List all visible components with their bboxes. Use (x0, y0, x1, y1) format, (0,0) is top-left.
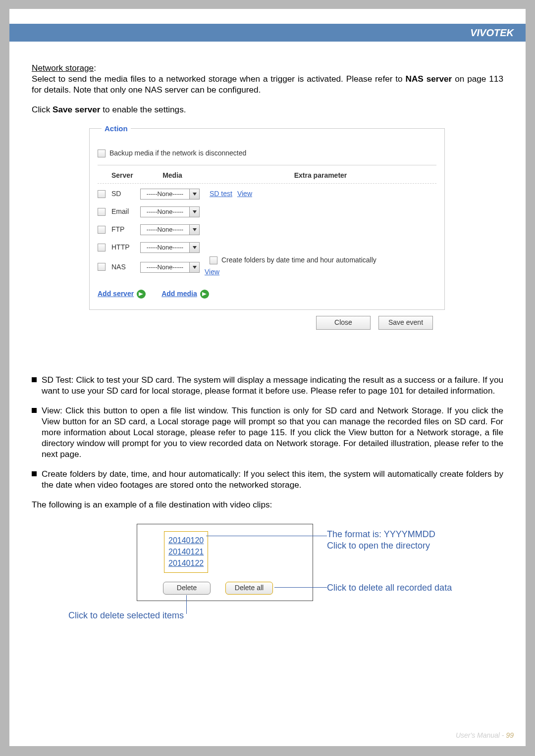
row-checkbox-ftp[interactable] (98, 226, 106, 234)
example-diagram: 20140120 20140121 20140122 Delete Delete… (137, 524, 503, 623)
save-event-button[interactable]: Save event (378, 316, 433, 330)
server-label-email: Email (111, 207, 140, 216)
sd-view-link[interactable]: View (237, 190, 252, 199)
document-page: VIVOTEK Network storage: Select to send … (9, 9, 526, 746)
add-media-link[interactable]: Add media (161, 290, 209, 299)
server-label-http: HTTP (111, 243, 140, 252)
create-folders-label: Create folders by date time and hour aut… (221, 256, 376, 265)
table-row-ftp: FTP -----None----- (98, 219, 436, 237)
section-heading: Network storage: (32, 62, 503, 73)
delete-all-button[interactable]: Delete all (225, 582, 273, 595)
server-table: Server Media Extra parameter SD -----Non… (98, 168, 436, 279)
brand-bar: VIVOTEK (9, 24, 526, 42)
action-panel: Action Backup media if the network is di… (89, 124, 445, 310)
col-server: Server (111, 171, 140, 180)
page-content: Network storage: Select to send the medi… (32, 62, 503, 623)
row-checkbox-sd[interactable] (98, 190, 106, 198)
sd-test-link[interactable]: SD test (210, 190, 232, 199)
folder-list: 20140120 20140121 20140122 (164, 531, 208, 573)
media-select-sd[interactable]: -----None----- (140, 189, 200, 200)
row-checkbox-nas[interactable] (98, 263, 106, 271)
annot-delete: Click to delete selected items (68, 610, 267, 621)
folder-link[interactable]: 20140122 (168, 557, 204, 569)
close-button[interactable]: Close (316, 316, 371, 330)
divider (98, 165, 436, 165)
row-checkbox-email[interactable] (98, 208, 106, 216)
chevron-down-icon (189, 207, 199, 217)
chevron-down-icon (189, 243, 199, 252)
annot-format: The format is: YYYYMMDD Click to open th… (327, 529, 435, 551)
create-folders-checkbox[interactable] (210, 256, 217, 264)
row-checkbox-http[interactable] (98, 244, 106, 252)
table-row-sd: SD -----None----- SD test View (98, 184, 436, 202)
chevron-down-icon (189, 262, 199, 272)
intro-paragraph-1: Select to send the media files to a netw… (32, 73, 503, 95)
folder-link[interactable]: 20140120 (168, 535, 204, 546)
page-footer: User's Manual - 99 (456, 731, 514, 739)
col-media: Media (140, 171, 205, 180)
dialog-buttons: Close Save event (89, 316, 433, 330)
bullet-create: Create folders by date, time, and hour a… (32, 468, 503, 490)
svg-marker-1 (193, 210, 197, 213)
add-icon (137, 290, 146, 299)
example-lead: The following is an example of a file de… (32, 499, 503, 510)
bullet-list: SD Test: Click to test your SD card. The… (32, 374, 503, 490)
folder-link[interactable]: 20140121 (168, 546, 204, 557)
annot-delete-all: Click to delete all recorded data (327, 582, 452, 594)
action-legend: Action (102, 124, 131, 133)
backup-row: Backup media if the network is disconnec… (98, 149, 436, 158)
chevron-down-icon (189, 225, 199, 235)
add-row: Add server Add media (98, 290, 436, 299)
svg-marker-4 (193, 266, 197, 269)
server-label-nas: NAS (111, 262, 140, 272)
media-select-ftp[interactable]: -----None----- (140, 224, 200, 235)
delete-button[interactable]: Delete (163, 582, 211, 595)
media-select-nas[interactable]: -----None----- (140, 262, 200, 273)
server-label-ftp: FTP (111, 225, 140, 234)
nas-view-link[interactable]: View (205, 268, 219, 277)
chevron-down-icon (189, 189, 199, 199)
table-row-nas: NAS -----None----- Create folders by dat… (98, 255, 436, 279)
backup-label: Backup media if the network is disconnec… (109, 149, 246, 158)
svg-marker-0 (193, 193, 197, 196)
table-header: Server Media Extra parameter (98, 168, 436, 184)
media-select-email[interactable]: -----None----- (140, 206, 200, 217)
col-extra: Extra parameter (205, 171, 436, 180)
media-select-http[interactable]: -----None----- (140, 242, 200, 253)
backup-checkbox[interactable] (98, 150, 106, 157)
server-label-sd: SD (111, 190, 140, 199)
add-server-link[interactable]: Add server (98, 290, 146, 299)
svg-marker-2 (193, 228, 197, 231)
action-panel-wrap: Action Backup media if the network is di… (89, 124, 445, 330)
add-icon (200, 290, 209, 299)
bullet-sd: SD Test: Click to test your SD card. The… (32, 374, 503, 396)
table-row-email: Email -----None----- (98, 202, 436, 219)
svg-marker-3 (193, 246, 197, 249)
bullet-view: View: Click this button to open a file l… (32, 405, 503, 459)
intro-paragraph-2: Click Save server to enable the settings… (32, 104, 503, 115)
table-row-http: HTTP -----None----- (98, 237, 436, 255)
